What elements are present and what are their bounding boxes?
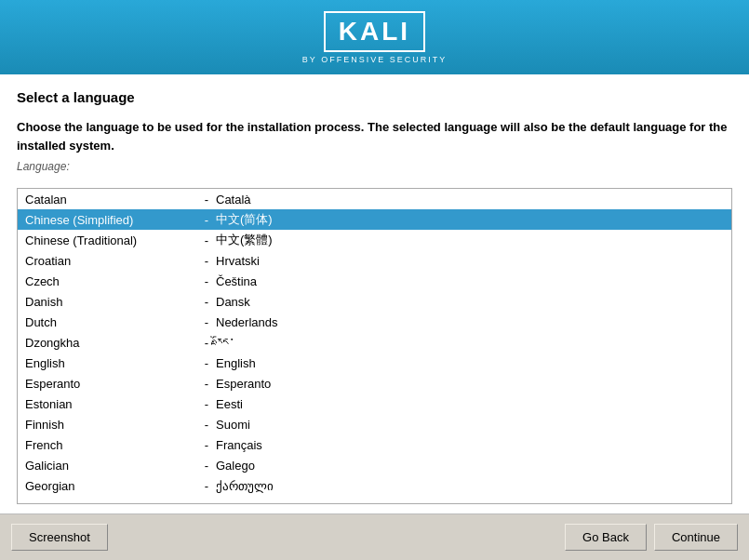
lang-name: Croatian [25,254,197,268]
lang-dash: - [197,397,216,411]
language-row[interactable]: Danish-Dansk [18,291,731,312]
lang-native: Esperanto [216,377,724,391]
main-content: Select a language Choose the language to… [0,74,749,513]
language-row[interactable]: Czech-Čeština [18,271,731,291]
language-row[interactable]: Esperanto-Esperanto [18,373,731,393]
lang-dash: - [197,193,216,207]
lang-name: English [25,356,197,370]
lang-native: ქართული [216,479,724,493]
lang-dash: - [197,438,216,452]
lang-name: French [25,438,197,452]
lang-dash: - [197,377,216,391]
language-row[interactable]: Galician-Galego [18,455,731,475]
lang-dash: - [197,356,216,370]
lang-dash: - [197,459,216,473]
lang-name: Estonian [25,397,197,411]
lang-name: Dutch [25,315,197,329]
lang-dash: - [197,213,216,227]
lang-name: Czech [25,274,197,288]
language-list-container: Catalan-CatalàChinese (Simplified)-中文(简体… [17,188,732,504]
lang-name: Esperanto [25,377,197,391]
logo-container: KALI BY OFFENSIVE SECURITY [302,11,447,64]
lang-native: Nederlands [216,315,724,329]
lang-name: Galician [25,459,197,473]
language-list[interactable]: Catalan-CatalàChinese (Simplified)-中文(简体… [18,189,731,503]
language-row[interactable]: Chinese (Traditional)-中文(繁體) [18,230,731,250]
lang-dash: - [197,254,216,268]
lang-native: Català [216,193,724,207]
lang-dash: - [197,274,216,288]
lang-native: English [216,356,724,370]
lang-native: 中文(简体) [216,211,724,228]
language-row[interactable]: English-English [18,353,731,373]
screenshot-button[interactable]: Screenshot [11,524,108,551]
lang-dash: - [197,336,216,350]
language-label: Language: [17,160,732,173]
language-row[interactable]: Croatian-Hrvatski [18,250,731,271]
lang-name: Chinese (Simplified) [25,213,197,227]
go-back-button[interactable]: Go Back [565,524,647,551]
lang-dash: - [197,479,216,493]
continue-button[interactable]: Continue [654,524,738,551]
lang-name: Catalan [25,193,197,207]
description-text: Choose the language to be used for the i… [17,118,732,154]
lang-dash: - [197,418,216,432]
lang-dash: - [197,233,216,247]
kali-subtitle: BY OFFENSIVE SECURITY [302,55,447,64]
lang-name: Georgian [25,479,197,493]
language-row[interactable]: Dzongkha-རྫོང་ [18,332,731,353]
lang-native: Suomi [216,418,724,432]
right-buttons: Go Back Continue [565,524,738,551]
language-row[interactable]: French-Français [18,434,731,455]
lang-name: Chinese (Traditional) [25,233,197,247]
lang-dash: - [197,295,216,309]
language-row[interactable]: Chinese (Simplified)-中文(简体) [18,209,731,230]
description-box: Choose the language to be used for the i… [17,118,732,179]
language-row[interactable]: Catalan-Català [18,189,731,209]
language-row[interactable]: Estonian-Eesti [18,393,731,414]
lang-native: 中文(繁體) [216,232,724,248]
kali-logo: KALI [324,11,425,52]
lang-native: Čeština [216,274,724,288]
lang-name: Finnish [25,418,197,432]
header: KALI BY OFFENSIVE SECURITY [0,0,749,74]
lang-native: Eesti [216,397,724,411]
lang-native: Galego [216,459,724,473]
lang-native: Français [216,438,724,452]
lang-native: རྫོང་ [216,336,724,350]
lang-dash: - [197,315,216,329]
language-row[interactable]: Georgian-ქართული [18,475,731,496]
language-row[interactable]: Finnish-Suomi [18,414,731,434]
bottom-bar: Screenshot Go Back Continue [0,513,749,560]
lang-native: Dansk [216,295,724,309]
page-title: Select a language [17,89,732,105]
lang-name: Danish [25,295,197,309]
lang-name: Dzongkha [25,336,197,350]
language-row[interactable]: Dutch-Nederlands [18,312,731,332]
lang-native: Hrvatski [216,254,724,268]
